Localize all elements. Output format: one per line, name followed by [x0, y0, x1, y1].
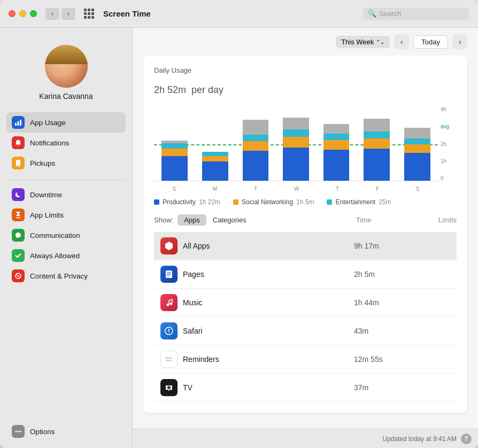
- tab-categories[interactable]: Categories: [206, 214, 253, 226]
- bar-gray: [243, 120, 269, 135]
- grid-icon: [84, 9, 94, 19]
- svg-rect-21: [165, 356, 173, 362]
- bar-cyan: [243, 135, 269, 141]
- next-week-button[interactable]: ›: [452, 34, 467, 49]
- sidebar-item-downtime[interactable]: Downtime: [6, 184, 126, 205]
- sidebar-item-label: Communication: [30, 231, 80, 240]
- sidebar-item-notifications[interactable]: Notifications: [6, 133, 126, 153]
- search-placeholder: Search: [379, 10, 401, 18]
- app-time: 37m: [354, 383, 407, 392]
- updated-text: Updated today at 9:41 AM: [382, 435, 457, 443]
- table-row[interactable]: Pages 2h 5m: [154, 260, 457, 289]
- options-item[interactable]: Options: [6, 421, 126, 442]
- sidebar-item-pickups[interactable]: Pickups: [6, 153, 126, 173]
- options-icon: [12, 425, 25, 438]
- x-label-f: F: [376, 186, 379, 192]
- app-name: Safari: [183, 327, 354, 335]
- x-label-s1: S: [172, 186, 176, 192]
- close-button[interactable]: [9, 10, 16, 17]
- bar-group-s2: [398, 106, 436, 181]
- bar-blue: [161, 156, 188, 181]
- svg-point-9: [16, 431, 17, 432]
- help-button[interactable]: ?: [461, 434, 472, 444]
- app-name: TV: [183, 383, 354, 392]
- bar-cyan: [404, 138, 430, 144]
- tab-apps[interactable]: Apps: [178, 214, 206, 226]
- search-box[interactable]: 🔍 Search: [363, 7, 469, 20]
- hourglass-icon: [12, 208, 25, 221]
- bar-stack: [156, 141, 194, 181]
- pickup-icon: [12, 157, 25, 169]
- legend-time-entertainment: 25m: [379, 198, 391, 206]
- nav-buttons: ‹ ›: [45, 8, 75, 20]
- bar-blue: [323, 150, 350, 181]
- avg-label: avg: [441, 123, 449, 129]
- sidebar: Karina Cavanna App Usage: [0, 28, 133, 448]
- forward-button[interactable]: ›: [61, 8, 75, 20]
- table-row[interactable]: All Apps 9h 17m: [154, 232, 457, 260]
- bar-stack: [197, 152, 234, 181]
- sidebar-item-communication[interactable]: Communication: [6, 225, 126, 245]
- svg-point-24: [166, 360, 167, 361]
- sidebar-item-app-usage[interactable]: App Usage: [6, 112, 126, 133]
- table-row[interactable]: Music 1h 44m: [154, 289, 457, 317]
- window-title: Screen Time: [103, 9, 358, 18]
- maximize-button[interactable]: [30, 10, 37, 17]
- legend-time-productivity: 1h 22m: [199, 198, 220, 206]
- usage-time: 2h 52m: [154, 84, 186, 95]
- bar-blue: [283, 148, 309, 181]
- table-row[interactable]: TV 37m: [154, 374, 457, 402]
- user-profile: Karina Cavanna: [6, 36, 126, 111]
- bar-cyan: [364, 132, 390, 138]
- app-table: All Apps 9h 17m: [154, 232, 457, 402]
- sidebar-item-app-limits[interactable]: App Limits: [6, 205, 126, 225]
- grid-button[interactable]: [82, 7, 96, 21]
- legend-label-social: Social Networking: [242, 198, 293, 206]
- x-axis: S M T W T F S: [154, 186, 438, 192]
- svg-marker-20: [168, 331, 170, 334]
- x-label-t2: T: [336, 186, 339, 192]
- safari-icon: [160, 322, 178, 339]
- bar-gray: [323, 124, 350, 134]
- chevron-icon: ⌃⌄: [376, 39, 384, 45]
- app-time: 1h 44m: [354, 298, 407, 307]
- legend-productivity: Productivity 1h 22m: [154, 198, 220, 206]
- table-row[interactable]: Safari 43m: [154, 317, 457, 345]
- legend-social: Social Networking 1h 5m: [233, 198, 314, 206]
- y-axis: 4h avg 2h 1h 0: [441, 106, 457, 181]
- options-label: Options: [30, 428, 55, 436]
- today-button[interactable]: Today: [413, 35, 448, 49]
- app-time: 9h 17m: [354, 242, 407, 250]
- bar-orange: [161, 149, 188, 156]
- week-label: This Week: [341, 38, 374, 46]
- music-icon: [160, 294, 178, 311]
- svg-point-4: [18, 165, 19, 166]
- legend-dot-social: [233, 199, 238, 205]
- search-icon: 🔍: [368, 10, 376, 18]
- y-label-2h: 2h: [441, 141, 446, 147]
- prev-week-button[interactable]: ‹: [394, 34, 409, 49]
- minimize-button[interactable]: [19, 10, 26, 17]
- y-label-4h: 4h: [441, 106, 446, 112]
- bar-group-t2: [318, 106, 355, 181]
- back-button[interactable]: ‹: [45, 8, 59, 20]
- bar-stack: [318, 124, 355, 181]
- speech-icon: [12, 229, 25, 242]
- y-label-0: 0: [441, 175, 444, 181]
- week-selector[interactable]: This Week ⌃⌄: [336, 36, 390, 48]
- svg-rect-5: [16, 212, 20, 213]
- statusbar: Updated today at 9:41 AM ?: [133, 429, 478, 448]
- svg-rect-6: [16, 218, 20, 219]
- chart-bars: [154, 106, 438, 181]
- avatar: [45, 45, 88, 88]
- bar-orange: [323, 140, 350, 150]
- sidebar-item-always-allowed[interactable]: Always Allowed: [6, 245, 126, 266]
- main-panel: This Week ⌃⌄ ‹ Today › Daily Usage 2h 52…: [133, 28, 478, 448]
- table-row[interactable]: Reminders 12m 55s: [154, 345, 457, 374]
- bell-icon: [12, 136, 25, 149]
- block-icon: [12, 269, 25, 282]
- sidebar-item-content-privacy[interactable]: Content & Privacy: [6, 266, 126, 286]
- bar-group-m: [197, 106, 234, 181]
- usage-suffix: per day: [191, 84, 223, 95]
- bar-orange: [364, 138, 390, 149]
